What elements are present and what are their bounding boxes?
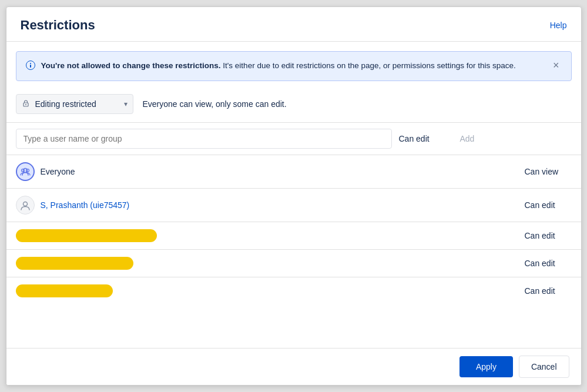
user-info	[16, 284, 525, 297]
table-row: S, Prashanth (uie75457) Can edit	[6, 189, 581, 222]
table-row: Can edit	[6, 277, 581, 304]
redacted-name-bar	[16, 257, 133, 270]
user-permission: Can edit	[525, 200, 572, 210]
restriction-select-wrapper: Editing restricted No restrictions View …	[16, 94, 133, 114]
info-banner-text: You're not allowed to change these restr…	[41, 60, 545, 72]
help-link[interactable]: Help	[550, 21, 567, 30]
restriction-description: Everyone can view, only some can edit.	[143, 99, 287, 109]
apply-button[interactable]: Apply	[459, 356, 513, 377]
user-name-link[interactable]: S, Prashanth (uie75457)	[41, 200, 130, 210]
user-info	[16, 229, 525, 242]
dialog-header: Restrictions Help	[6, 7, 581, 42]
restrictions-dialog: Restrictions Help You're not allowed to …	[6, 6, 582, 386]
add-button[interactable]: Add	[453, 130, 482, 147]
user-info	[16, 257, 525, 270]
user-search-input[interactable]	[16, 129, 392, 149]
table-row: Can edit	[6, 250, 581, 277]
table-row: Can edit	[6, 222, 581, 250]
user-info: Everyone	[16, 162, 525, 181]
info-banner: You're not allowed to change these restr…	[16, 51, 572, 81]
avatar	[16, 196, 35, 215]
user-info: S, Prashanth (uie75457)	[16, 196, 525, 215]
user-search-row: Can edit Add	[6, 122, 581, 155]
users-list: Everyone Can view S, Prashanth (uie75457…	[6, 155, 581, 348]
avatar	[16, 162, 35, 181]
svg-point-2	[30, 63, 31, 64]
close-banner-button[interactable]: ×	[551, 60, 562, 71]
user-permission: Can view	[525, 167, 572, 176]
table-row: Everyone Can view	[6, 155, 581, 189]
restriction-controls: Editing restricted No restrictions View …	[6, 88, 581, 122]
user-permission: Can edit	[525, 231, 572, 240]
restriction-select[interactable]: Editing restricted No restrictions View …	[16, 94, 133, 114]
svg-point-8	[23, 202, 27, 206]
permission-select-label: Can edit	[399, 134, 446, 143]
dialog-title: Restrictions	[21, 18, 95, 33]
redacted-name-bar	[16, 229, 157, 242]
svg-rect-1	[30, 65, 31, 68]
user-permission: Can edit	[525, 259, 572, 268]
dialog-body: You're not allowed to change these restr…	[6, 42, 581, 348]
cancel-button[interactable]: Cancel	[519, 356, 569, 378]
dialog-footer: Apply Cancel	[6, 348, 581, 385]
user-name: Everyone	[41, 167, 75, 176]
redacted-name-bar	[16, 284, 113, 297]
user-permission: Can edit	[525, 286, 572, 296]
info-icon	[26, 61, 35, 72]
